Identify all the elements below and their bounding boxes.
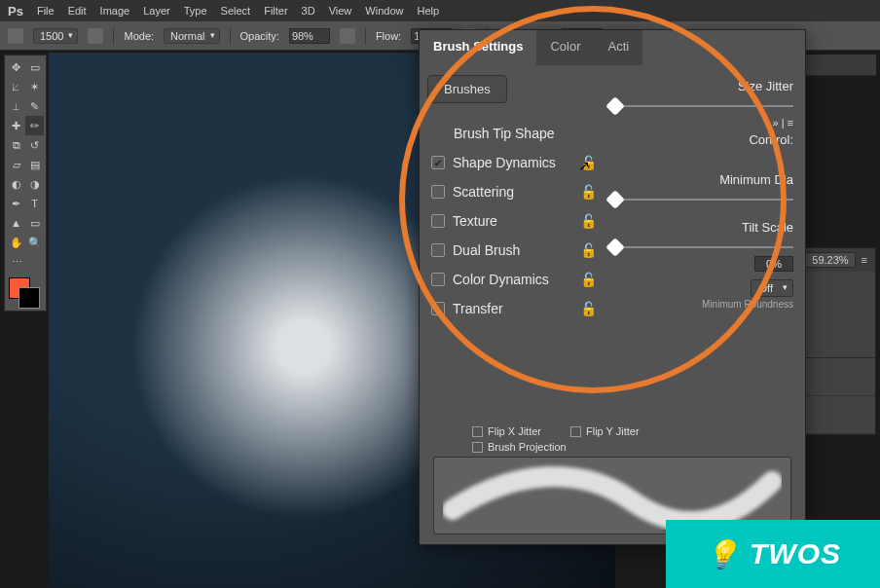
- size-jitter-slider[interactable]: [608, 99, 793, 113]
- lasso-tool[interactable]: ⟀: [7, 77, 25, 96]
- menu-item[interactable]: Layer: [143, 5, 170, 17]
- tilt-scale-label: Tilt Scale: [608, 220, 793, 235]
- menu-item[interactable]: View: [329, 5, 352, 17]
- brush-tool[interactable]: ✏: [25, 116, 44, 135]
- macos-menubar: Ps File Edit Image Layer Type Select Fil…: [0, 0, 880, 21]
- type-tool[interactable]: T: [25, 194, 44, 213]
- transfer-item[interactable]: Transfer🔓: [427, 294, 597, 323]
- marquee-tool[interactable]: ▭: [25, 57, 44, 77]
- menu-item[interactable]: Window: [365, 5, 403, 17]
- path-select-tool[interactable]: ▲: [7, 213, 25, 233]
- checkbox-icon[interactable]: [431, 243, 445, 257]
- eyedropper-tool[interactable]: ✎: [25, 96, 44, 116]
- lock-icon[interactable]: 🔓: [580, 301, 597, 316]
- lock-icon[interactable]: 🔓: [580, 272, 597, 287]
- brush-tool-icon[interactable]: [8, 28, 23, 44]
- opacity-input[interactable]: [289, 28, 330, 44]
- brush-projection-checkbox[interactable]: Brush Projection: [472, 441, 567, 453]
- mode-label: Mode:: [124, 30, 154, 42]
- blend-mode-dropdown[interactable]: Normal: [164, 28, 219, 44]
- menu-item[interactable]: Filter: [264, 5, 287, 17]
- tab-actions[interactable]: Acti: [595, 30, 643, 65]
- lightbulb-icon: 💡: [705, 538, 740, 570]
- healing-brush-tool[interactable]: ✚: [7, 116, 25, 135]
- menu-item[interactable]: Edit: [68, 5, 87, 17]
- brush-tip-shape-item[interactable]: Brush Tip Shape: [427, 119, 597, 148]
- tab-brush-settings[interactable]: Brush Settings: [420, 30, 536, 65]
- blur-tool[interactable]: ◐: [7, 174, 25, 194]
- shape-tool[interactable]: ▭: [25, 213, 44, 233]
- brush-settings-panel: Brush Settings Color Acti Brushes Brush …: [419, 29, 806, 545]
- crop-tool[interactable]: ⟂: [7, 96, 25, 116]
- twos-watermark: 💡 TWOS: [666, 520, 880, 588]
- zoom-readout: 59.23%: [805, 252, 855, 268]
- lock-icon[interactable]: 🔓: [580, 213, 597, 229]
- shape-dynamics-item[interactable]: Shape Dynamics🔓: [427, 148, 597, 177]
- menu-item[interactable]: Image: [100, 5, 130, 17]
- dodge-tool[interactable]: ◑: [25, 174, 44, 194]
- brush-panel-toggle-icon[interactable]: [88, 28, 103, 44]
- checkbox-icon[interactable]: [431, 273, 445, 286]
- min-diameter-label: Minimum Dia: [608, 172, 793, 187]
- tilt-scale-slider[interactable]: [608, 240, 793, 254]
- flip-x-jitter-checkbox[interactable]: Flip X Jitter: [472, 425, 541, 437]
- checkbox-icon[interactable]: [431, 302, 445, 315]
- brushes-button[interactable]: Brushes: [427, 75, 507, 103]
- menu-item[interactable]: Help: [417, 5, 439, 17]
- brush-preset-picker[interactable]: 1500: [33, 28, 78, 44]
- eraser-tool[interactable]: ▱: [7, 155, 25, 174]
- checkbox-icon[interactable]: [431, 185, 445, 199]
- min-roundness-label: Minimum Roundness: [608, 299, 793, 310]
- history-brush-tool[interactable]: ↺: [25, 135, 44, 155]
- angle-control-dropdown[interactable]: Off: [751, 279, 793, 297]
- flip-y-jitter-checkbox[interactable]: Flip Y Jitter: [570, 425, 640, 437]
- move-tool[interactable]: ✥: [7, 57, 25, 77]
- scattering-item[interactable]: Scattering🔓: [427, 177, 597, 206]
- checkbox-icon[interactable]: [431, 156, 445, 169]
- panel-menu-icon[interactable]: ≡: [862, 254, 867, 266]
- zoom-tool[interactable]: 🔍: [25, 233, 44, 252]
- lock-icon[interactable]: 🔓: [580, 184, 597, 200]
- edit-toolbar[interactable]: ⋯: [7, 252, 26, 272]
- quick-select-tool[interactable]: ✶: [25, 77, 44, 96]
- checkbox-icon[interactable]: [431, 214, 445, 228]
- menu-item[interactable]: Type: [184, 5, 207, 17]
- menu-item[interactable]: 3D: [302, 5, 315, 17]
- hand-tool[interactable]: ✋: [7, 233, 25, 252]
- apple-logo-icon: Ps: [8, 4, 23, 18]
- lock-icon[interactable]: 🔓: [580, 155, 597, 170]
- roundness-value[interactable]: 0%: [754, 256, 793, 272]
- pressure-opacity-icon[interactable]: [340, 28, 355, 44]
- lock-icon[interactable]: 🔓: [580, 242, 597, 258]
- menu-item[interactable]: File: [37, 5, 55, 17]
- background-swatch[interactable]: [18, 287, 40, 309]
- tab-color[interactable]: Color: [536, 30, 594, 65]
- menu-item[interactable]: Select: [221, 5, 251, 17]
- dual-brush-item[interactable]: Dual Brush🔓: [427, 236, 597, 265]
- control-label: Control:: [608, 132, 793, 147]
- clone-stamp-tool[interactable]: ⧉: [7, 135, 25, 155]
- opacity-label: Opacity:: [240, 30, 279, 42]
- min-diameter-slider[interactable]: [608, 193, 793, 206]
- tools-panel: ✥▭ ⟀✶ ⟂✎ ✚✏ ⧉↺ ▱▤ ◐◑ ✒T ▲▭ ✋🔍 ⋯: [4, 55, 47, 312]
- pen-tool[interactable]: ✒: [7, 194, 25, 213]
- size-jitter-label: Size Jitter: [608, 79, 793, 93]
- color-dynamics-item[interactable]: Color Dynamics🔓: [427, 265, 597, 294]
- color-swatches[interactable]: [7, 277, 44, 309]
- flow-label: Flow:: [376, 30, 401, 42]
- gradient-tool[interactable]: ▤: [25, 155, 44, 174]
- texture-item[interactable]: Texture🔓: [427, 206, 597, 236]
